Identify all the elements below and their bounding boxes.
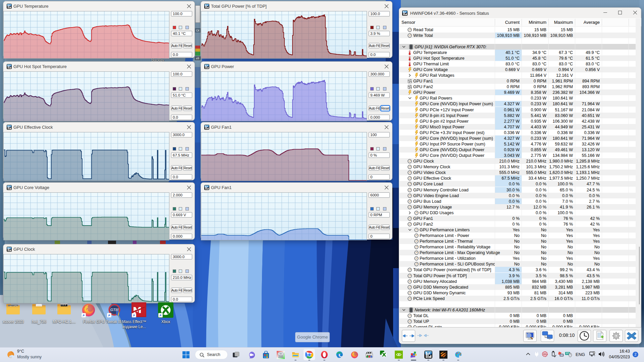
svg-text:CPU: CPU: [543, 353, 547, 355]
